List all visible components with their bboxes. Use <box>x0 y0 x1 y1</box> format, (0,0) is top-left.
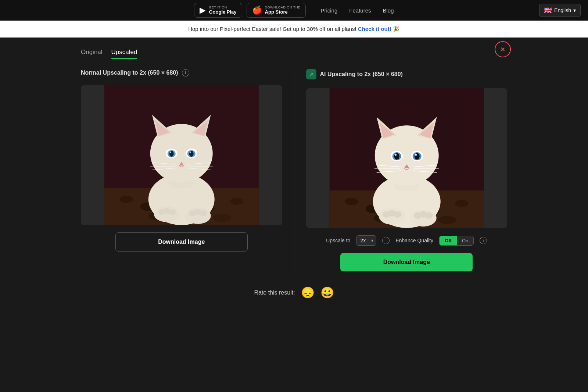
app-store-big: App Store <box>265 10 301 15</box>
happy-rating-button[interactable]: 😀 <box>320 286 334 299</box>
ai-upscaling-title: AI Upscaling to 2x (650 × 680) <box>320 71 403 78</box>
svg-point-23 <box>190 152 191 153</box>
enhance-info-icon[interactable]: i <box>480 237 487 244</box>
tab-original[interactable]: Original <box>81 49 103 59</box>
store-buttons: ▶ GET IT ON Google Play 🍎 Download on th… <box>194 3 306 18</box>
svg-point-74 <box>393 211 401 218</box>
google-play-icon: ▶ <box>200 6 206 15</box>
ai-upscaling-header: ↗ AI Upscaling to 2x (650 × 680) <box>306 69 508 79</box>
nav-blog[interactable]: Blog <box>383 7 394 14</box>
ai-image-container <box>306 88 508 228</box>
svg-point-8 <box>213 214 231 222</box>
upscale-select[interactable]: 2x 4x 8x <box>356 235 376 246</box>
svg-point-59 <box>394 153 399 160</box>
normal-upscaling-panel: Normal Upscaling to 2x (650 × 680) i <box>81 69 282 252</box>
svg-point-77 <box>424 212 433 219</box>
rating-label: Rate this result: <box>254 289 295 296</box>
svg-point-2 <box>120 196 133 203</box>
svg-point-45 <box>455 200 468 207</box>
panel-divider <box>294 69 294 271</box>
tab-upscaled[interactable]: Upscaled <box>111 49 137 59</box>
enhance-quality-label: Enhance Quality <box>395 238 433 243</box>
language-button[interactable]: 🇬🇧 English ▾ <box>539 4 581 17</box>
language-label: English <box>554 7 571 13</box>
svg-point-61 <box>395 154 397 156</box>
svg-point-6 <box>230 197 243 205</box>
toggle-on-option[interactable]: On <box>457 236 473 245</box>
svg-point-22 <box>170 152 171 153</box>
main-content: × Original Upscaled Normal Upscaling to … <box>74 38 514 321</box>
normal-info-icon[interactable]: i <box>182 69 189 76</box>
upscale-info-icon[interactable]: i <box>382 237 390 244</box>
nav-links: Pricing Features Blog <box>320 7 394 14</box>
nav-pricing[interactable]: Pricing <box>320 7 337 14</box>
panels: Normal Upscaling to 2x (650 × 680) i <box>81 69 507 271</box>
ai-download-button[interactable]: Download Image <box>340 253 473 271</box>
svg-point-47 <box>438 216 456 224</box>
normal-download-button[interactable]: Download Image <box>115 232 248 252</box>
nav-features[interactable]: Features <box>349 7 371 14</box>
ai-cat-image <box>306 88 508 228</box>
flag-icon: 🇬🇧 <box>544 6 552 14</box>
toggle-off-option[interactable]: Off <box>440 236 457 245</box>
chevron-down-icon: ▾ <box>573 7 576 13</box>
promo-banner: Hop into our Pixel-perfect Easter sale! … <box>0 21 588 38</box>
svg-point-20 <box>169 151 174 157</box>
normal-upscaling-title: Normal Upscaling to 2x (650 × 680) <box>81 70 178 76</box>
sad-rating-button[interactable]: 😞 <box>301 286 315 299</box>
close-button[interactable]: × <box>495 41 511 57</box>
google-play-button[interactable]: ▶ GET IT ON Google Play <box>194 3 242 18</box>
top-nav: ▶ GET IT ON Google Play 🍎 Download on th… <box>0 0 588 21</box>
apple-icon: 🍎 <box>252 6 262 15</box>
banner-text: Hop into our Pixel-perfect Easter sale! … <box>188 26 356 32</box>
svg-point-38 <box>200 210 207 216</box>
tabs: Original Upscaled <box>81 49 507 59</box>
ai-upscale-icon: ↗ <box>306 69 316 79</box>
google-play-big: Google Play <box>209 10 236 15</box>
upscale-controls: Upscale to 2x 4x 8x ▾ i Enhance Quality … <box>326 235 487 246</box>
enhance-quality-toggle: Off On <box>439 236 474 246</box>
rating-section: Rate this result: 😞 😀 <box>81 286 507 299</box>
svg-point-21 <box>189 151 194 157</box>
svg-point-60 <box>414 153 419 160</box>
banner-link[interactable]: Check it out! 🎉 <box>358 26 400 32</box>
normal-upscaling-header: Normal Upscaling to 2x (650 × 680) i <box>81 69 282 76</box>
normal-cat-image <box>81 85 282 225</box>
upscale-select-wrapper: 2x 4x 8x ▾ <box>356 235 376 246</box>
app-store-button[interactable]: 🍎 Download on the App Store <box>247 3 306 18</box>
svg-point-62 <box>415 154 417 156</box>
normal-image-container <box>81 85 282 225</box>
upscale-to-label: Upscale to <box>326 238 350 243</box>
svg-point-35 <box>169 209 176 215</box>
ai-upscaling-panel: ↗ AI Upscaling to 2x (650 × 680) <box>306 69 508 271</box>
svg-point-41 <box>345 198 358 205</box>
